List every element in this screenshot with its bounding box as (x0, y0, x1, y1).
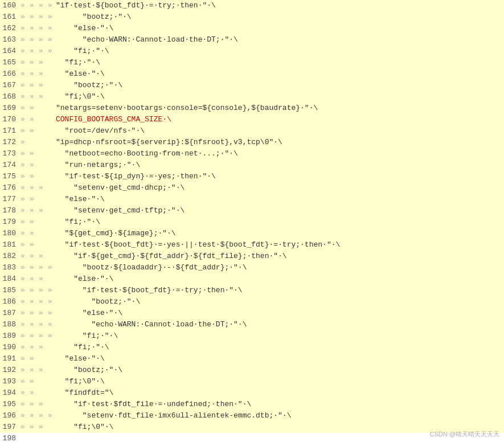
arrow-marker-4 (46, 80, 55, 91)
arrow-marker-3 (36, 239, 46, 251)
arrow-marker-2: » (27, 330, 36, 342)
arrow-marker-2: » (27, 114, 36, 125)
code-text: "run·netargs;·"·\ (55, 159, 504, 171)
arrow-marker-3: » (36, 330, 46, 342)
arrow-marker-1: » (18, 319, 27, 330)
arrow-marker-2: » (27, 57, 36, 68)
arrow-marker-3 (36, 103, 46, 114)
arrow-marker-1: » (18, 342, 27, 353)
arrow-marker-2 (27, 137, 36, 148)
table-row: 164»»»» "fi;·"·\ (0, 46, 504, 57)
line-number: 196 (0, 410, 18, 421)
line-number: 193 (0, 376, 18, 387)
arrow-marker-3: » (36, 342, 46, 353)
arrow-marker-2: » (27, 103, 36, 114)
arrow-marker-1: » (18, 228, 27, 239)
table-row: 196»»»» "setenv·fdt_file·imx6ull-aliente… (0, 410, 504, 421)
arrow-marker-1: » (18, 330, 27, 342)
arrow-marker-1: » (18, 68, 27, 80)
arrow-marker-3: » (36, 273, 46, 285)
arrow-marker-4: » (46, 308, 55, 319)
arrow-marker-2: » (27, 194, 36, 205)
arrow-marker-1: » (18, 91, 27, 103)
code-container: 160»»»»"if·test·${boot_fdt}·=·try;·then·… (0, 0, 504, 442)
line-number: 164 (0, 46, 18, 57)
arrow-marker-4 (46, 57, 55, 68)
code-text: "fi;·"·\ (55, 342, 504, 353)
arrow-marker-2: » (27, 216, 36, 228)
line-number: 185 (0, 285, 18, 296)
code-text: "bootz·${loadaddr}·-·${fdt_addr};·"·\ (55, 262, 504, 273)
arrow-marker-2: » (27, 171, 36, 182)
arrow-marker-4 (46, 228, 55, 239)
arrow-marker-2: » (27, 285, 36, 296)
arrow-marker-4 (46, 194, 55, 205)
code-text: "fi;·"·\ (55, 330, 504, 342)
code-text: "if·test·${boot_fdt}·=·try;·then·"·\ (55, 0, 504, 11)
arrow-marker-1: » (18, 365, 27, 376)
code-text: "bootz;·"·\ (55, 365, 504, 376)
line-number: 190 (0, 342, 18, 353)
code-text: "echo·WARN:·Cannot·load·the·DT;·"·\ (55, 34, 504, 46)
arrow-marker-4 (46, 387, 55, 399)
arrow-marker-3: » (36, 34, 46, 46)
arrow-marker-2: » (27, 205, 36, 216)
line-number: 197 (0, 421, 18, 433)
arrow-marker-3 (36, 387, 46, 399)
arrow-marker-3: » (36, 205, 46, 216)
arrow-marker-4: » (46, 296, 55, 308)
table-row: 165»»» "fi;·"·\ (0, 57, 504, 68)
code-text: "setenv·fdt_file·imx6ull-alientek-emmc.d… (55, 410, 504, 421)
line-number: 171 (0, 125, 18, 137)
arrow-marker-3: » (36, 296, 46, 308)
arrow-marker-2: » (27, 34, 36, 46)
arrow-marker-2: » (27, 125, 36, 137)
code-text: "root=/dev/nfs·"·\ (55, 125, 504, 137)
code-text: "setenv·get_cmd·dhcp;·"·\ (55, 182, 504, 194)
code-text: "${get_cmd}·${image};·"·\ (55, 228, 504, 239)
line-number: 195 (0, 399, 18, 410)
line-number: 162 (0, 23, 18, 34)
table-row: 166»»» "else·"·\ (0, 68, 504, 80)
arrow-marker-3: » (36, 308, 46, 319)
table-row: 198 (0, 433, 504, 442)
arrow-marker-1: » (18, 46, 27, 57)
arrow-marker-1: » (18, 205, 27, 216)
arrow-marker-3 (36, 216, 46, 228)
code-text: "if·test·${ip_dyn}·=·yes;·then·"·\ (55, 171, 504, 182)
line-number: 180 (0, 228, 18, 239)
arrow-marker-2: » (27, 342, 36, 353)
config-macro: CONFIG_BOOTARGS_CMA_SIZE·\ (56, 115, 171, 124)
arrow-marker-2: » (27, 376, 36, 387)
code-text: "else·"·\ (55, 194, 504, 205)
arrow-marker-2: » (27, 273, 36, 285)
arrow-marker-4 (46, 342, 55, 353)
arrow-marker-2: » (27, 159, 36, 171)
table-row: 177»» "else·"·\ (0, 194, 504, 205)
arrow-marker-1: » (18, 285, 27, 296)
table-row: 189»»»» "fi;·"·\ (0, 330, 504, 342)
arrow-marker-4 (46, 205, 55, 216)
line-number: 198 (0, 433, 18, 442)
arrow-marker-4 (46, 148, 55, 159)
code-text: "bootz;·"·\ (55, 80, 504, 91)
table-row: 169»»"netargs=setenv·bootargs·console=${… (0, 103, 504, 114)
line-number: 187 (0, 308, 18, 319)
code-text: "else·"·\ (55, 23, 504, 34)
arrow-marker-3: » (36, 421, 46, 433)
arrow-marker-3: » (36, 399, 46, 410)
arrow-marker-3: » (36, 262, 46, 273)
arrow-marker-2: » (27, 182, 36, 194)
table-row: 160»»»»"if·test·${boot_fdt}·=·try;·then·… (0, 0, 504, 11)
table-row: 168»»» "fi;\0"·\ (0, 91, 504, 103)
code-text: "bootz;·"·\ (55, 11, 504, 23)
arrow-marker-1: » (18, 125, 27, 137)
arrow-marker-3: » (36, 46, 46, 57)
line-number: 168 (0, 91, 18, 103)
table-row: 163»»»» "echo·WARN:·Cannot·load·the·DT;·… (0, 34, 504, 46)
arrow-marker-1 (18, 433, 27, 442)
arrow-marker-3: » (36, 68, 46, 80)
line-number: 194 (0, 387, 18, 399)
arrow-marker-3: » (36, 23, 46, 34)
arrow-marker-4 (46, 159, 55, 171)
